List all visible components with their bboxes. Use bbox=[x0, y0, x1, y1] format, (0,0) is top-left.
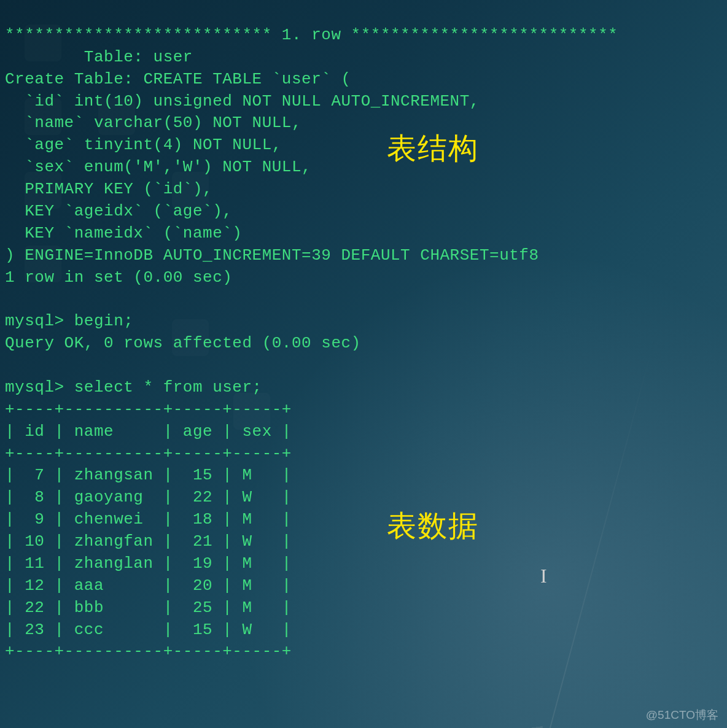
primary-key: PRIMARY KEY (`id`), bbox=[5, 180, 212, 198]
begin-result: Query OK, 0 rows affected (0.00 sec) bbox=[5, 334, 361, 352]
column-age: `age` tinyint(4) NOT NULL, bbox=[5, 136, 282, 154]
table-row: | 23 | ccc | 15 | W | bbox=[5, 621, 292, 639]
column-sex: `sex` enum('M','W') NOT NULL, bbox=[5, 158, 311, 176]
row-result: 1 row in set (0.00 sec) bbox=[5, 268, 232, 287]
key-nameidx: KEY `nameidx` (`name`) bbox=[5, 224, 242, 242]
table-border-mid: +----+----------+-----+-----+ bbox=[5, 444, 292, 463]
annotation-data: 表数据 bbox=[387, 506, 479, 546]
table-row: | 10 | zhangfan | 21 | W | bbox=[5, 532, 292, 551]
key-ageidx: KEY `ageidx` (`age`), bbox=[5, 202, 232, 220]
mysql-select-prompt[interactable]: mysql> select * from user; bbox=[5, 378, 262, 397]
table-row: | 8 | gaoyang | 22 | W | bbox=[5, 488, 292, 506]
annotation-structure: 表结构 bbox=[387, 129, 479, 168]
table-border-bottom: +----+----------+-----+-----+ bbox=[5, 642, 292, 660]
terminal-output: *************************** 1. row *****… bbox=[0, 0, 727, 665]
column-name: `name` varchar(50) NOT NULL, bbox=[5, 114, 301, 132]
column-id: `id` int(10) unsigned NOT NULL AUTO_INCR… bbox=[5, 92, 480, 110]
table-row: | 7 | zhangsan | 15 | M | bbox=[5, 466, 292, 484]
table-row: | 12 | aaa | 20 | M | bbox=[5, 576, 292, 595]
mysql-begin-prompt[interactable]: mysql> begin; bbox=[5, 312, 133, 330]
table-row: | 22 | bbb | 25 | M | bbox=[5, 598, 292, 617]
table-header: | id | name | age | sex | bbox=[5, 422, 292, 441]
table-row: | 9 | chenwei | 18 | M | bbox=[5, 510, 292, 529]
row-separator: *************************** 1. row *****… bbox=[5, 26, 618, 44]
table-name-line: Table: user bbox=[5, 48, 193, 66]
table-border-top: +----+----------+-----+-----+ bbox=[5, 400, 292, 419]
create-table-line: Create Table: CREATE TABLE `user` ( bbox=[5, 70, 351, 88]
watermark: @51CTO博客 bbox=[646, 707, 718, 723]
engine-line: ) ENGINE=InnoDB AUTO_INCREMENT=39 DEFAUL… bbox=[5, 246, 539, 265]
text-cursor-icon: I bbox=[540, 565, 547, 587]
table-row: | 11 | zhanglan | 19 | M | bbox=[5, 554, 292, 573]
